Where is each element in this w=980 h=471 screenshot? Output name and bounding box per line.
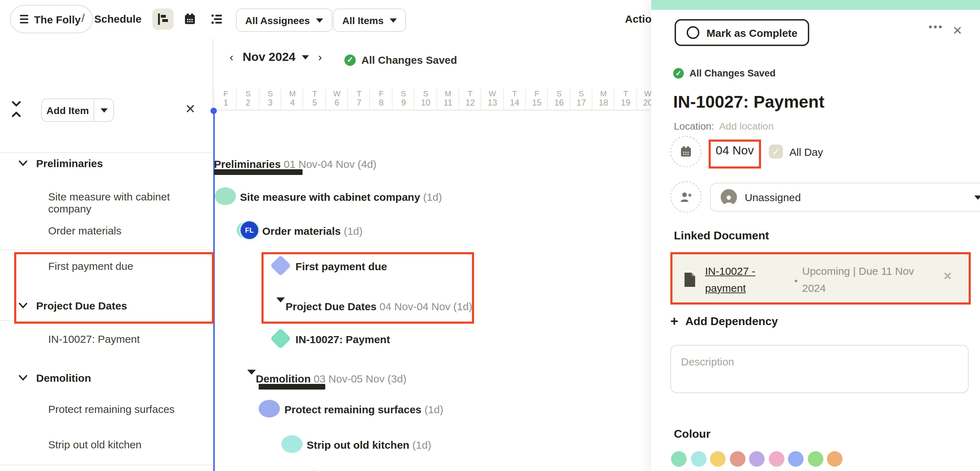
sidebar-section-name: Preliminaries — [36, 157, 103, 169]
day-number-label: 7 — [348, 98, 370, 108]
sidebar-task-item[interactable]: Protect remaining surfaces — [48, 403, 175, 415]
colour-swatch[interactable] — [788, 451, 803, 467]
add-item-button[interactable]: Add Item — [42, 99, 94, 121]
month-label: Nov 2024 — [243, 50, 296, 65]
day-number-label: 3 — [259, 98, 281, 108]
sidebar-task-item[interactable]: Strip out old kitchen — [48, 438, 142, 450]
breadcrumb-separator: / — [81, 12, 85, 25]
save-status: ✓ All Changes Saved — [344, 54, 457, 66]
list-view-icon — [210, 13, 223, 25]
sidebar-section-header[interactable]: Demolition — [18, 372, 91, 384]
day-header-cell: T5 — [303, 89, 326, 110]
colour-swatch[interactable] — [730, 451, 745, 467]
sidebar-task-item[interactable]: Order materials — [48, 225, 121, 236]
gantt-view-button[interactable] — [152, 8, 173, 30]
gantt-summary-bar[interactable] — [258, 384, 325, 390]
gantt-section-label: Preliminaries 01 Nov-04 Nov (4d) — [214, 158, 377, 171]
colour-swatch[interactable] — [710, 451, 725, 467]
day-header-cell: M11 — [436, 89, 459, 110]
gantt-task-bar[interactable] — [214, 187, 235, 205]
gantt-section-label: Demolition 03 Nov-05 Nov (3d) — [256, 373, 406, 385]
gantt-task-label: IN-10027: Payment — [296, 333, 390, 345]
gantt-task-label: Protect remaining surfaces (1d) — [285, 403, 444, 415]
gantt-section-date-range: 01 Nov-04 Nov (4d) — [284, 158, 377, 170]
linked-document-heading: Linked Document — [674, 230, 769, 242]
day-of-week-label: S — [548, 89, 570, 98]
annotation-box-sidebar-project-due-dates — [14, 252, 214, 324]
sidebar-task-item[interactable]: Site measure with cabinet company — [48, 190, 213, 215]
document-icon — [684, 273, 696, 287]
sidebar-section-name: Demolition — [36, 372, 91, 384]
gantt-summary-bar[interactable] — [214, 169, 303, 175]
colour-swatch[interactable] — [690, 451, 706, 467]
day-of-week-label: T — [615, 89, 637, 98]
colour-swatch[interactable] — [749, 451, 765, 467]
panel-save-status-label: All Changes Saved — [689, 68, 776, 79]
colour-swatch[interactable] — [671, 451, 687, 467]
day-header-cell: F8 — [369, 89, 393, 110]
day-header-cell: S3 — [258, 89, 281, 110]
calendar-view-icon — [183, 13, 196, 25]
day-of-week-label: W — [481, 89, 503, 98]
colour-swatch[interactable] — [768, 451, 784, 467]
collapse-triangle-icon[interactable] — [247, 370, 256, 375]
task-duration-label: (1d) — [344, 225, 363, 237]
saved-check-icon: ✓ — [673, 68, 684, 79]
chevron-down-icon — [100, 108, 107, 112]
collapse-all-icon[interactable] — [11, 100, 22, 118]
day-of-week-label: T — [348, 89, 370, 98]
task-title: IN-10027: Payment — [673, 92, 824, 112]
colour-swatch[interactable] — [807, 451, 823, 467]
day-header-cell: F1 — [214, 89, 237, 110]
day-of-week-label: S — [237, 89, 259, 98]
avatar — [721, 189, 737, 205]
colour-swatch[interactable] — [827, 451, 843, 467]
due-date-value[interactable]: 04 Nov — [716, 144, 754, 158]
day-number-label: 2 — [237, 98, 259, 108]
day-header-cell: T14 — [503, 89, 526, 110]
prev-month-button[interactable]: ‹ — [229, 51, 234, 64]
sidebar-close-button[interactable]: ✕ — [185, 101, 196, 117]
add-assignee-circle[interactable] — [670, 181, 702, 213]
colour-heading: Colour — [674, 428, 710, 441]
panel-save-status: ✓ All Changes Saved — [673, 68, 776, 79]
calendar-view-button[interactable] — [179, 8, 200, 30]
chevron-down-icon — [317, 18, 323, 22]
day-of-week-label: W — [326, 89, 348, 98]
linked-document-link[interactable]: IN-10027 - payment — [705, 263, 773, 297]
remove-linked-document-button[interactable]: ✕ — [943, 270, 952, 282]
day-of-week-label: F — [526, 89, 548, 98]
sidebar-task-item[interactable]: IN-10027: Payment — [48, 333, 140, 345]
assignee-filter-dropdown[interactable]: All Assignees — [236, 8, 332, 32]
item-filter-dropdown[interactable]: All Items — [333, 8, 406, 32]
description-textarea[interactable] — [670, 345, 969, 393]
day-number-label: 15 — [526, 98, 548, 108]
day-number-label: 16 — [548, 98, 570, 108]
sidebar-section-header[interactable]: Preliminaries — [18, 157, 103, 169]
project-menu-button[interactable]: The Folly — [10, 5, 93, 33]
gantt-task-label: Order materials (1d) — [262, 225, 363, 237]
panel-menu-button[interactable] — [929, 25, 942, 29]
gantt-task-bar[interactable] — [259, 400, 280, 417]
gantt-section-date-range: 03 Nov-05 Nov (3d) — [313, 373, 406, 385]
day-of-week-label: M — [281, 89, 304, 98]
plus-icon: + — [670, 314, 678, 329]
task-duration-label: (1d) — [425, 403, 443, 415]
assignee-dropdown[interactable]: Unassigned — [710, 183, 980, 212]
add-location-link[interactable]: Add location — [719, 121, 774, 132]
add-dependency-button[interactable]: + Add Dependency — [670, 314, 778, 329]
list-view-button[interactable] — [206, 8, 228, 30]
gantt-milestone-diamond[interactable] — [270, 328, 291, 349]
day-number-label: 18 — [592, 98, 615, 108]
calendar-icon — [679, 145, 692, 158]
assignee-avatar[interactable]: FL — [239, 220, 260, 241]
gantt-task-bar[interactable] — [281, 435, 302, 453]
month-dropdown[interactable]: Nov 2024 — [243, 50, 309, 65]
mark-as-complete-button[interactable]: Mark as Complete — [675, 19, 810, 46]
next-month-button[interactable]: › — [318, 51, 322, 64]
all-day-checkbox[interactable]: ✓ — [769, 144, 783, 159]
day-header-cell: T12 — [458, 89, 482, 110]
add-item-dropdown-button[interactable] — [94, 99, 113, 121]
panel-close-button[interactable]: ✕ — [952, 23, 963, 38]
date-icon-circle[interactable] — [670, 136, 702, 167]
